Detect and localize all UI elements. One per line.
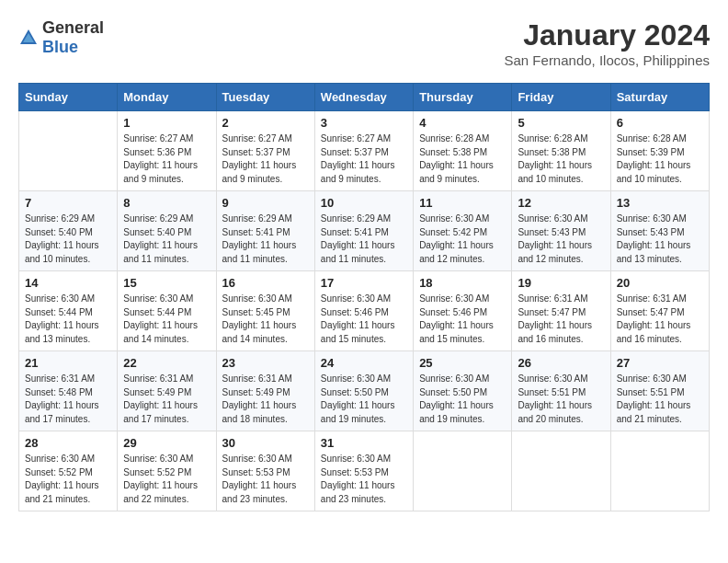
calendar-cell: 29Sunrise: 6:30 AM Sunset: 5:52 PM Dayli…: [118, 431, 216, 511]
calendar-week-row: 28Sunrise: 6:30 AM Sunset: 5:52 PM Dayli…: [19, 431, 710, 511]
calendar-cell: 30Sunrise: 6:30 AM Sunset: 5:53 PM Dayli…: [216, 431, 314, 511]
day-number: 15: [123, 276, 210, 290]
calendar-cell: 14Sunrise: 6:30 AM Sunset: 5:44 PM Dayli…: [19, 271, 118, 351]
calendar-cell: 1Sunrise: 6:27 AM Sunset: 5:36 PM Daylig…: [118, 111, 216, 191]
day-detail: Sunrise: 6:27 AM Sunset: 5:37 PM Dayligh…: [222, 132, 309, 186]
calendar-cell: 21Sunrise: 6:31 AM Sunset: 5:48 PM Dayli…: [19, 351, 118, 431]
logo: General Blue: [18, 18, 104, 57]
day-number: 11: [419, 196, 506, 210]
day-detail: Sunrise: 6:30 AM Sunset: 5:52 PM Dayligh…: [25, 453, 111, 506]
day-detail: Sunrise: 6:30 AM Sunset: 5:53 PM Dayligh…: [321, 453, 407, 506]
calendar-cell: 28Sunrise: 6:30 AM Sunset: 5:52 PM Dayli…: [19, 431, 118, 511]
logo-blue: Blue: [42, 38, 78, 56]
calendar-cell: [610, 431, 709, 511]
calendar-cell: 22Sunrise: 6:31 AM Sunset: 5:49 PM Dayli…: [118, 351, 216, 431]
calendar-cell: 5Sunrise: 6:28 AM Sunset: 5:38 PM Daylig…: [512, 111, 610, 191]
day-number: 19: [518, 276, 604, 290]
day-detail: Sunrise: 6:30 AM Sunset: 5:51 PM Dayligh…: [518, 373, 604, 426]
logo-text: General Blue: [42, 18, 104, 57]
calendar-week-row: 7Sunrise: 6:29 AM Sunset: 5:40 PM Daylig…: [19, 191, 710, 271]
day-number: 26: [518, 356, 604, 370]
weekday-header: Monday: [118, 84, 216, 111]
day-number: 12: [518, 196, 604, 210]
calendar-cell: 24Sunrise: 6:30 AM Sunset: 5:50 PM Dayli…: [314, 351, 413, 431]
calendar-cell: 11Sunrise: 6:30 AM Sunset: 5:42 PM Dayli…: [414, 191, 512, 271]
day-detail: Sunrise: 6:28 AM Sunset: 5:38 PM Dayligh…: [419, 132, 506, 186]
calendar-cell: [19, 111, 118, 191]
day-number: 8: [123, 196, 210, 210]
calendar-cell: [512, 431, 610, 511]
day-number: 21: [25, 356, 111, 370]
day-number: 29: [123, 436, 210, 450]
day-number: 24: [321, 356, 407, 370]
calendar-cell: 26Sunrise: 6:30 AM Sunset: 5:51 PM Dayli…: [512, 351, 610, 431]
calendar-cell: [414, 431, 512, 511]
calendar-cell: 31Sunrise: 6:30 AM Sunset: 5:53 PM Dayli…: [314, 431, 413, 511]
day-number: 25: [419, 356, 506, 370]
day-number: 5: [518, 116, 604, 130]
day-detail: Sunrise: 6:30 AM Sunset: 5:50 PM Dayligh…: [419, 373, 506, 426]
day-number: 31: [321, 436, 407, 450]
day-detail: Sunrise: 6:27 AM Sunset: 5:37 PM Dayligh…: [321, 132, 407, 186]
calendar-cell: 27Sunrise: 6:30 AM Sunset: 5:51 PM Dayli…: [610, 351, 709, 431]
day-detail: Sunrise: 6:30 AM Sunset: 5:50 PM Dayligh…: [321, 373, 407, 426]
day-number: 20: [617, 276, 703, 290]
day-number: 10: [321, 196, 407, 210]
day-number: 27: [617, 356, 703, 370]
day-detail: Sunrise: 6:30 AM Sunset: 5:45 PM Dayligh…: [222, 293, 309, 346]
day-detail: Sunrise: 6:31 AM Sunset: 5:47 PM Dayligh…: [518, 293, 604, 346]
day-detail: Sunrise: 6:30 AM Sunset: 5:52 PM Dayligh…: [123, 453, 210, 506]
weekday-header: Saturday: [610, 84, 709, 111]
calendar-cell: 17Sunrise: 6:30 AM Sunset: 5:46 PM Dayli…: [314, 271, 413, 351]
calendar-week-row: 1Sunrise: 6:27 AM Sunset: 5:36 PM Daylig…: [19, 111, 710, 191]
logo-general: General: [42, 18, 104, 37]
calendar-cell: 16Sunrise: 6:30 AM Sunset: 5:45 PM Dayli…: [216, 271, 314, 351]
page-header: General Blue January 2024 San Fernando, …: [18, 18, 710, 68]
calendar-cell: 8Sunrise: 6:29 AM Sunset: 5:40 PM Daylig…: [118, 191, 216, 271]
day-detail: Sunrise: 6:30 AM Sunset: 5:44 PM Dayligh…: [123, 293, 210, 346]
day-number: 23: [222, 356, 309, 370]
calendar-cell: 6Sunrise: 6:28 AM Sunset: 5:39 PM Daylig…: [610, 111, 709, 191]
calendar-week-row: 21Sunrise: 6:31 AM Sunset: 5:48 PM Dayli…: [19, 351, 710, 431]
calendar-week-row: 14Sunrise: 6:30 AM Sunset: 5:44 PM Dayli…: [19, 271, 710, 351]
calendar-cell: 25Sunrise: 6:30 AM Sunset: 5:50 PM Dayli…: [414, 351, 512, 431]
calendar-cell: 12Sunrise: 6:30 AM Sunset: 5:43 PM Dayli…: [512, 191, 610, 271]
day-number: 28: [25, 436, 111, 450]
day-detail: Sunrise: 6:30 AM Sunset: 5:43 PM Dayligh…: [518, 213, 604, 266]
calendar-cell: 9Sunrise: 6:29 AM Sunset: 5:41 PM Daylig…: [216, 191, 314, 271]
day-detail: Sunrise: 6:30 AM Sunset: 5:42 PM Dayligh…: [419, 213, 506, 266]
title-block: January 2024 San Fernando, Ilocos, Phili…: [505, 18, 710, 68]
calendar-cell: 15Sunrise: 6:30 AM Sunset: 5:44 PM Dayli…: [118, 271, 216, 351]
day-detail: Sunrise: 6:29 AM Sunset: 5:40 PM Dayligh…: [123, 213, 210, 266]
day-detail: Sunrise: 6:30 AM Sunset: 5:46 PM Dayligh…: [419, 293, 506, 346]
day-detail: Sunrise: 6:30 AM Sunset: 5:46 PM Dayligh…: [321, 293, 407, 346]
calendar-cell: 18Sunrise: 6:30 AM Sunset: 5:46 PM Dayli…: [414, 271, 512, 351]
day-detail: Sunrise: 6:29 AM Sunset: 5:40 PM Dayligh…: [25, 213, 111, 266]
weekday-header: Friday: [512, 84, 610, 111]
day-number: 4: [419, 116, 506, 130]
calendar-cell: 10Sunrise: 6:29 AM Sunset: 5:41 PM Dayli…: [314, 191, 413, 271]
weekday-header: Thursday: [414, 84, 512, 111]
day-detail: Sunrise: 6:30 AM Sunset: 5:53 PM Dayligh…: [222, 453, 309, 506]
weekday-header: Tuesday: [216, 84, 314, 111]
logo-icon: [18, 28, 39, 48]
day-detail: Sunrise: 6:30 AM Sunset: 5:51 PM Dayligh…: [617, 373, 703, 426]
day-number: 14: [25, 276, 111, 290]
day-detail: Sunrise: 6:28 AM Sunset: 5:39 PM Dayligh…: [617, 132, 703, 186]
calendar-cell: 19Sunrise: 6:31 AM Sunset: 5:47 PM Dayli…: [512, 271, 610, 351]
day-number: 18: [419, 276, 506, 290]
month-title: January 2024: [505, 18, 710, 52]
day-number: 9: [222, 196, 309, 210]
calendar-cell: 23Sunrise: 6:31 AM Sunset: 5:49 PM Dayli…: [216, 351, 314, 431]
day-detail: Sunrise: 6:31 AM Sunset: 5:49 PM Dayligh…: [222, 373, 309, 426]
weekday-header: Sunday: [19, 84, 118, 111]
day-number: 30: [222, 436, 309, 450]
day-number: 16: [222, 276, 309, 290]
day-detail: Sunrise: 6:30 AM Sunset: 5:44 PM Dayligh…: [25, 293, 111, 346]
calendar-header-row: SundayMondayTuesdayWednesdayThursdayFrid…: [19, 84, 710, 111]
location-title: San Fernando, Ilocos, Philippines: [505, 52, 710, 68]
day-detail: Sunrise: 6:29 AM Sunset: 5:41 PM Dayligh…: [222, 213, 309, 266]
day-number: 2: [222, 116, 309, 130]
day-detail: Sunrise: 6:31 AM Sunset: 5:49 PM Dayligh…: [123, 373, 210, 426]
day-detail: Sunrise: 6:29 AM Sunset: 5:41 PM Dayligh…: [321, 213, 407, 266]
